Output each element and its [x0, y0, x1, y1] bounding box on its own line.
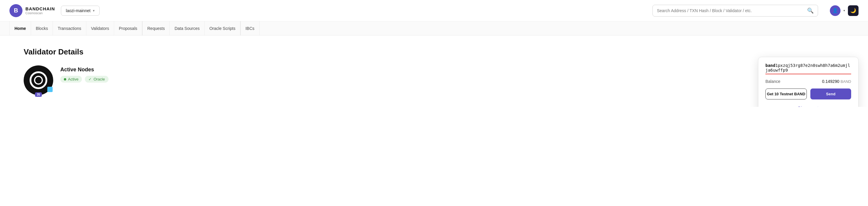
nav-item-proposals[interactable]: Proposals [114, 21, 142, 35]
user-avatar-button[interactable]: 👤 [830, 5, 840, 16]
user-icon: 👤 [832, 8, 838, 13]
logo-subtitle: Cosmoscan [25, 11, 55, 15]
nav-item-ibcs[interactable]: IBCs [241, 21, 259, 35]
validator-info: Active Nodes Active ✓ Oracle [60, 65, 108, 83]
balance-row: Balance 0.149290 BAND [766, 79, 851, 84]
search-box: 🔍 [652, 5, 818, 17]
status-badge: Active [60, 76, 82, 83]
wallet-address: band1pxzqj53rg87e2n0swh8h7a6m2umjlja6uwf… [766, 63, 851, 74]
disconnect-row: Disconnect [766, 106, 851, 107]
send-button[interactable]: Send [810, 88, 851, 99]
nav-item-blocks[interactable]: Blocks [31, 21, 53, 35]
logo-icon: B [9, 4, 23, 17]
moon-icon: 🌙 [850, 8, 856, 13]
search-area: 🔍 [112, 5, 818, 17]
balance-unit: BAND [840, 79, 851, 84]
validator-name: Active Nodes [60, 67, 108, 73]
search-icon[interactable]: 🔍 [807, 7, 814, 14]
validator-badges: Active ✓ Oracle [60, 76, 108, 83]
header: B BANDCHAIN Cosmoscan laozi-mainnet ▾ 🔍 … [0, 0, 868, 21]
navigation: Home Blocks Transactions Validators Prop… [0, 21, 868, 35]
main-content: Validator Details 35 Active Nodes Active… [0, 35, 868, 107]
oracle-badge: ✓ Oracle [85, 76, 108, 83]
nav-item-data-sources[interactable]: Data Sources [170, 21, 205, 35]
nav-item-transactions[interactable]: Transactions [53, 21, 86, 35]
balance-label: Balance [766, 79, 780, 84]
wallet-dropdown: band1pxzqj53rg87e2n0swh8h7a6m2umjlja6uwf… [758, 57, 859, 107]
header-actions: 👤 ▾ 🌙 [830, 5, 859, 16]
logo-title: BANDCHAIN [25, 6, 55, 11]
search-input[interactable] [657, 8, 805, 13]
action-buttons: Get 10 Testnet BAND Send [766, 88, 851, 99]
validator-card: 35 Active Nodes Active ✓ Oracle [24, 65, 844, 95]
nav-item-validators[interactable]: Validators [86, 21, 114, 35]
network-selector[interactable]: laozi-mainnet ▾ [61, 6, 100, 16]
balance-value: 0.149290 BAND [822, 79, 851, 84]
page-title: Validator Details [24, 47, 844, 57]
logo-area: B BANDCHAIN Cosmoscan [9, 4, 55, 17]
logo-text: BANDCHAIN Cosmoscan [25, 6, 55, 15]
dark-mode-button[interactable]: 🌙 [848, 5, 859, 16]
disconnect-link[interactable]: Disconnect [798, 106, 818, 107]
validator-icon-ring [30, 71, 47, 89]
nav-item-home[interactable]: Home [9, 21, 31, 35]
nav-item-oracle-scripts[interactable]: Oracle Scripts [205, 21, 240, 35]
check-icon: ✓ [88, 77, 92, 81]
validator-avatar: 35 [24, 65, 53, 95]
wallet-address-bold: band [766, 63, 775, 68]
validator-rank-badge: 35 [35, 92, 42, 97]
wallet-address-rest: 1pxzqj53rg87e2n0swh8h7a6m2umjlja6uwffp9 [766, 63, 850, 72]
user-dropdown-arrow[interactable]: ▾ [843, 9, 845, 12]
status-dot-icon [64, 78, 66, 81]
network-label: laozi-mainnet [66, 8, 90, 13]
get-testnet-band-button[interactable]: Get 10 Testnet BAND [766, 88, 807, 99]
chevron-down-icon: ▾ [93, 8, 95, 13]
validator-icon-center [34, 76, 43, 85]
nav-item-requests[interactable]: Requests [143, 21, 170, 35]
validator-icon-accent [47, 87, 53, 92]
